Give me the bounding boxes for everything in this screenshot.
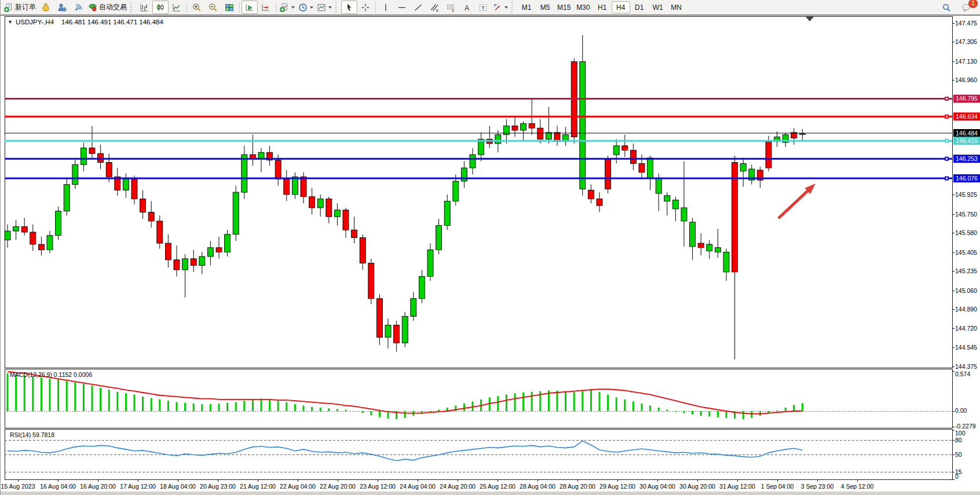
text-icon: A [462, 3, 471, 12]
timeframe-h4-button[interactable]: H4 [612, 1, 630, 13]
price-tick-label: 147.130 [955, 58, 977, 65]
auto-trading-button[interactable]: 自动交易 [86, 1, 129, 14]
macd-axis-label: -0.2279 [955, 423, 976, 430]
bear-candle-body [157, 221, 163, 243]
text-tool-button[interactable]: A [459, 1, 475, 14]
bull-candle-body [521, 124, 526, 130]
search-button[interactable] [938, 1, 955, 14]
chevron-down-icon [291, 6, 295, 9]
price-tick-label: 145.060 [955, 287, 977, 294]
bull-candle-body [56, 211, 61, 236]
chart-title: ▼USDJPY-,H4146.481 146.491 146.471 146.4… [8, 19, 163, 25]
bull-candle-body [546, 133, 551, 139]
crosshair-tool-button[interactable] [357, 1, 374, 14]
time-tick-label: 3 Sep 23:00 [801, 483, 834, 490]
price-tick-label: 144.545 [955, 344, 977, 351]
price-tick-label: 145.405 [955, 249, 977, 256]
chart-title-ohlc: 146.481 146.491 146.471 146.484 [61, 19, 163, 25]
timeframe-h1-button-label: H1 [598, 3, 606, 12]
bull-candle-body [47, 236, 53, 250]
auto-scroll-button[interactable] [242, 1, 258, 14]
shift-icon [261, 3, 270, 12]
timeframe-m15-button[interactable]: M15 [554, 1, 573, 13]
bear-candle-body [301, 177, 306, 196]
bear-candle-body [394, 325, 400, 343]
alerts-button[interactable] [38, 1, 54, 14]
tile-windows-button[interactable] [221, 1, 237, 14]
notifications-button[interactable]: 1 [958, 1, 974, 14]
zoom-out-button[interactable] [205, 1, 221, 14]
vertical-line-tool-button[interactable] [378, 1, 394, 14]
bull-candle-body [182, 259, 188, 270]
symbol-dropdown-icon[interactable]: ▼ [8, 19, 13, 25]
search-icon [942, 3, 951, 12]
bull-candle-body [648, 158, 653, 178]
channel-icon: E [430, 3, 439, 12]
timeframe-w1-button[interactable]: W1 [649, 1, 667, 13]
community-button[interactable] [54, 1, 70, 14]
autotrade-icon [88, 3, 97, 12]
text-label-tool-button[interactable]: T [475, 1, 491, 14]
bear-candle-body [326, 199, 332, 217]
bull-candle-body [207, 248, 213, 256]
usdjpy-h4-chart[interactable]: 147.475147.305147.130146.960145.925145.7… [1, 15, 980, 495]
timeframe-mn-button[interactable]: MN [667, 1, 686, 13]
signals-button[interactable] [70, 1, 86, 14]
bull-candle-body [715, 248, 721, 252]
bars-icon [140, 3, 149, 12]
fibonacci-tool-button[interactable]: F [443, 1, 459, 14]
timeframe-d1-button[interactable]: D1 [630, 1, 649, 13]
bull-candle-body [723, 252, 729, 272]
time-tick-label: 21 Aug 12:00 [240, 483, 276, 490]
bear-candle-body [284, 179, 290, 195]
bar-chart-button[interactable] [136, 1, 152, 14]
line-chart-button[interactable] [169, 1, 185, 14]
timeframe-m1-button[interactable]: M1 [517, 1, 536, 13]
bull-candle-body [672, 200, 678, 209]
auto-trading-button-label: 自动交易 [99, 2, 127, 12]
cursor-tool-button[interactable] [341, 1, 357, 14]
bear-candle-body [639, 163, 645, 172]
bear-candle-body [605, 159, 611, 189]
time-tick-label: 31 Aug 12:00 [719, 483, 755, 490]
toolbar-grip [130, 2, 133, 13]
horizontal-line-tool-button[interactable] [394, 1, 410, 14]
zoom-in-button[interactable] [189, 1, 205, 14]
indicators-button[interactable] [278, 1, 297, 14]
bull-candle-body [495, 135, 501, 144]
timeframe-m15-button-label: M15 [557, 3, 571, 12]
trendline-tool-button[interactable] [410, 1, 426, 14]
timeframe-h4-button-label: H4 [616, 3, 625, 12]
terminal-window: 新订单自动交易EFATM1M5M15M30H1H4D1W1MN1 147.475… [0, 0, 980, 495]
bull-candle-body [419, 276, 425, 298]
vline-icon [381, 3, 390, 12]
shapes-tool-button[interactable] [491, 1, 510, 14]
bear-candle-body [30, 232, 36, 244]
timeframe-m30-button[interactable]: M30 [573, 1, 593, 13]
bear-candle-body [766, 141, 771, 168]
timeframe-h1-button[interactable]: H1 [593, 1, 612, 13]
price-tick-label: 144.720 [955, 325, 977, 332]
bull-candle-body [72, 164, 78, 184]
periods-button[interactable] [297, 1, 315, 14]
time-tick-label: 28 Aug 04:00 [520, 483, 555, 490]
bull-candle-body [402, 316, 408, 343]
tile-icon [225, 3, 234, 12]
time-tick-label: 24 Aug 04:00 [400, 483, 436, 490]
templates-button[interactable] [315, 1, 334, 14]
bull-candle-body [292, 177, 298, 195]
time-tick-label: 15 Aug 2023 [1, 483, 35, 490]
time-tick-label: 17 Aug 12:00 [120, 483, 156, 490]
time-tick-label: 16 Aug 04:00 [40, 483, 76, 490]
channel-tool-button[interactable]: E [426, 1, 443, 14]
time-tick-label: 22 Aug 20:00 [320, 483, 356, 490]
timeframe-m5-button[interactable]: M5 [536, 1, 554, 13]
new-order-button[interactable]: 新订单 [2, 1, 38, 14]
time-tick-label: 28 Aug 20:00 [560, 483, 595, 490]
bull-candle-body [656, 178, 661, 193]
bear-candle-body [106, 162, 112, 177]
candlestick-chart-button[interactable] [152, 1, 169, 14]
chart-shift-button[interactable] [258, 1, 274, 14]
bear-candle-body [376, 299, 382, 338]
rsi-axis-label: 50 [955, 451, 962, 458]
